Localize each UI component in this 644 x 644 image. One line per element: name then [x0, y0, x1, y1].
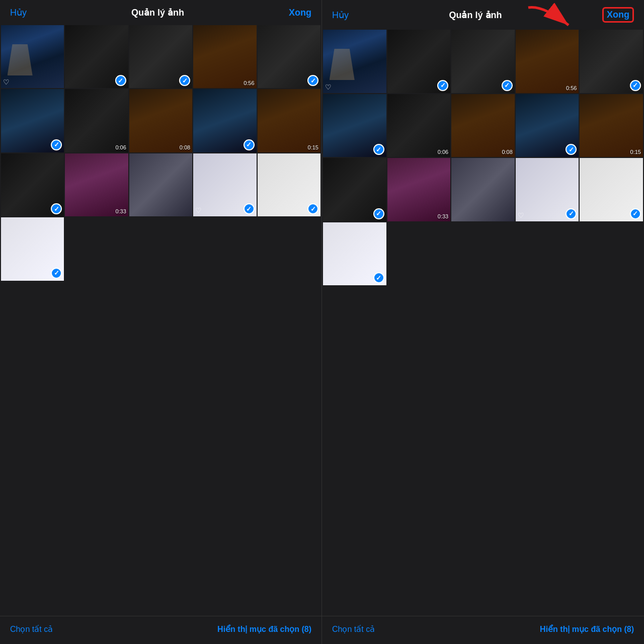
left-panel: Hủy Quản lý ảnh Xong ♡ 0:56 — [0, 0, 322, 644]
heart-icon: ♡ — [325, 83, 332, 91]
video-duration: 0:08 — [502, 149, 512, 155]
video-duration: 0:15 — [630, 149, 641, 155]
right-select-all-button[interactable]: Chọn tất cả — [332, 624, 375, 634]
photo-cell[interactable] — [323, 158, 386, 221]
check-badge — [373, 272, 384, 283]
check-badge — [502, 80, 513, 91]
photo-cell[interactable] — [516, 94, 579, 157]
check-badge — [373, 144, 384, 155]
left-bottom-bar: Chọn tất cả Hiển thị mục đã chọn (8) — [0, 616, 321, 644]
photo-cell[interactable] — [323, 222, 386, 286]
video-duration: 0:06 — [115, 144, 126, 150]
check-badge — [630, 80, 641, 91]
check-badge — [51, 268, 62, 279]
check-badge — [630, 208, 641, 219]
photo-cell[interactable]: ♡ — [516, 158, 579, 221]
heart-icon: ♡ — [3, 78, 10, 86]
photo-cell[interactable]: 0:15 — [258, 89, 320, 152]
photo-cell[interactable] — [129, 153, 192, 216]
left-header: Hủy Quản lý ảnh Xong — [0, 0, 321, 24]
photo-cell[interactable] — [323, 94, 386, 157]
left-done-button[interactable]: Xong — [289, 8, 311, 18]
video-duration: 0:15 — [308, 144, 318, 150]
photo-cell[interactable] — [451, 30, 515, 93]
left-cancel-button[interactable]: Hủy — [10, 7, 27, 18]
check-badge — [437, 80, 448, 91]
photo-cell[interactable]: 0:06 — [65, 89, 128, 152]
video-duration: 0:56 — [244, 80, 254, 86]
photo-cell[interactable]: ♡ — [323, 30, 386, 93]
right-photo-grid: ♡ 0:56 0:06 0:08 — [322, 29, 644, 324]
heart-icon: ♡ — [518, 211, 524, 219]
check-badge — [244, 139, 255, 150]
photo-cell[interactable]: ♡ — [1, 25, 64, 88]
photo-cell[interactable] — [451, 158, 515, 221]
left-show-selected-button[interactable]: Hiển thị mục đã chọn (8) — [217, 624, 311, 634]
photo-cell[interactable] — [193, 89, 256, 152]
right-bottom-bar: Chọn tất cả Hiển thị mục đã chọn (8) — [322, 616, 644, 644]
photo-cell[interactable]: ♡ — [193, 153, 256, 216]
video-duration: 0:56 — [566, 85, 577, 91]
right-panel: Hủy Quản lý ảnh Xong ♡ — [322, 0, 644, 644]
video-duration: 0:08 — [180, 144, 190, 150]
photo-cell[interactable] — [129, 25, 192, 88]
left-title: Quản lý ảnh — [131, 7, 184, 18]
right-title: Quản lý ảnh — [449, 10, 502, 21]
photo-cell[interactable]: 0:56 — [516, 30, 579, 93]
check-badge — [244, 203, 255, 214]
photo-cell[interactable]: 0:56 — [193, 25, 256, 88]
photo-cell[interactable] — [258, 153, 320, 216]
video-duration: 0:33 — [115, 208, 126, 214]
video-duration: 0:33 — [438, 213, 448, 219]
photo-cell[interactable] — [65, 25, 128, 88]
check-badge — [373, 208, 384, 219]
photo-cell[interactable] — [580, 158, 643, 221]
photo-cell[interactable] — [387, 30, 451, 93]
photo-cell[interactable]: 0:15 — [580, 94, 643, 157]
photo-cell[interactable]: 0:08 — [129, 89, 192, 152]
left-select-all-button[interactable]: Chọn tất cả — [10, 624, 53, 634]
right-header: Hủy Quản lý ảnh Xong — [322, 0, 644, 29]
right-done-button[interactable]: Xong — [602, 7, 634, 23]
left-photo-grid: ♡ 0:56 0:06 0:08 — [0, 24, 321, 321]
photo-cell[interactable] — [1, 217, 64, 280]
photo-cell[interactable]: 0:33 — [387, 158, 451, 221]
right-show-selected-button[interactable]: Hiển thị mục đã chọn (8) — [540, 624, 634, 634]
photo-cell[interactable] — [1, 89, 64, 152]
photo-cell[interactable] — [580, 30, 643, 93]
photo-cell[interactable]: 0:06 — [387, 94, 451, 157]
photo-cell[interactable]: 0:33 — [65, 153, 128, 216]
video-duration: 0:06 — [438, 149, 448, 155]
right-cancel-button[interactable]: Hủy — [332, 10, 349, 21]
photo-cell[interactable] — [1, 153, 64, 216]
photo-cell[interactable]: 0:08 — [451, 94, 515, 157]
photo-cell[interactable] — [258, 25, 320, 88]
heart-icon: ♡ — [195, 206, 202, 214]
